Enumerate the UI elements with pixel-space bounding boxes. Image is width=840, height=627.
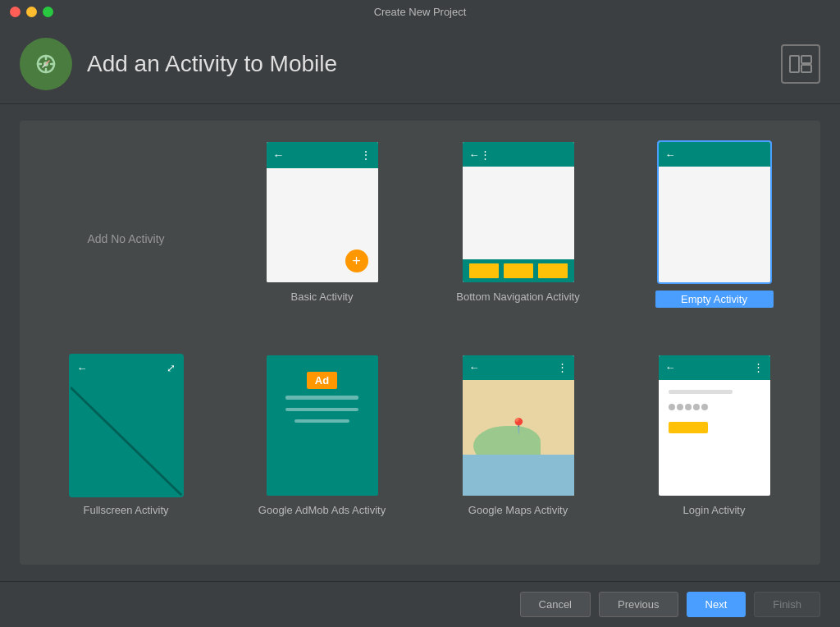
login-toolbar: ← ⋮ bbox=[659, 355, 770, 380]
back-icon: ← bbox=[273, 149, 285, 162]
login-btn bbox=[669, 422, 708, 433]
header-left: Add an Activity to Mobile bbox=[20, 38, 337, 90]
bottom-nav-toolbar: ← ⋮ bbox=[463, 142, 574, 167]
svg-rect-11 bbox=[801, 65, 811, 72]
more-icon: ⋮ bbox=[360, 149, 372, 162]
maximize-button[interactable] bbox=[43, 7, 53, 17]
window-title: Create New Project bbox=[374, 6, 467, 18]
ad-line-2 bbox=[285, 408, 359, 411]
activity-card-no-activity[interactable]: Add No Activity bbox=[39, 140, 212, 337]
basic-activity-preview: ← ⋮ + bbox=[265, 140, 380, 284]
basic-body: + bbox=[267, 168, 378, 282]
footer: Cancel Previous Next Finish bbox=[0, 581, 840, 627]
nav-tab-1 bbox=[469, 263, 499, 278]
activity-card-empty[interactable]: ← Empty Activity bbox=[628, 140, 801, 337]
previous-button[interactable]: Previous bbox=[599, 592, 678, 617]
activity-card-login[interactable]: ← ⋮ bbox=[628, 354, 801, 546]
basic-toolbar: ← ⋮ bbox=[267, 142, 378, 168]
fullscreen-label: Fullscreen Activity bbox=[83, 504, 168, 516]
nav-tab-3 bbox=[538, 263, 568, 278]
map-toolbar: ← ⋮ bbox=[463, 355, 574, 380]
login-label: Login Activity bbox=[683, 504, 746, 516]
activity-card-fullscreen[interactable]: ← ⤢ Fullscreen Activity bbox=[39, 354, 212, 546]
star-4 bbox=[693, 404, 700, 410]
activity-card-basic[interactable]: ← ⋮ + Basic Activity bbox=[235, 140, 409, 337]
login-line-1 bbox=[669, 390, 733, 394]
svg-rect-9 bbox=[790, 56, 799, 72]
star-3 bbox=[685, 404, 692, 410]
fab-button: + bbox=[345, 249, 368, 272]
empty-activity-preview: ← bbox=[657, 140, 772, 284]
cancel-button[interactable]: Cancel bbox=[520, 592, 591, 617]
star-1 bbox=[669, 404, 675, 410]
no-activity-label: Add No Activity bbox=[87, 232, 164, 245]
map-pin-icon: 📍 bbox=[509, 417, 527, 435]
minimize-button[interactable] bbox=[26, 7, 37, 17]
title-bar: Create New Project bbox=[0, 0, 840, 23]
basic-activity-label: Basic Activity bbox=[291, 291, 354, 303]
empty-toolbar: ← bbox=[659, 142, 770, 167]
maps-label: Google Maps Activity bbox=[468, 504, 568, 516]
ad-preview: Ad bbox=[265, 354, 380, 497]
content-inner: Add No Activity ← ⋮ + bbox=[20, 121, 820, 565]
header: Add an Activity to Mobile bbox=[0, 23, 840, 104]
layout-icon bbox=[781, 44, 820, 84]
android-logo bbox=[20, 38, 72, 90]
empty-body bbox=[659, 167, 770, 282]
main-window: Add an Activity to Mobile Add No Activit… bbox=[0, 23, 840, 627]
ad-line-1 bbox=[285, 396, 359, 400]
activity-card-bottom-nav[interactable]: ← ⋮ Bottom Navigation Activity bbox=[431, 140, 605, 337]
bottom-nav-preview: ← ⋮ bbox=[461, 140, 576, 284]
bottom-nav-body bbox=[463, 167, 574, 259]
close-button[interactable] bbox=[10, 7, 21, 17]
window-controls bbox=[10, 7, 53, 17]
ad-badge: Ad bbox=[307, 372, 337, 389]
ad-line-3 bbox=[294, 419, 349, 423]
star-5 bbox=[701, 404, 708, 410]
map-body: 📍 bbox=[463, 380, 574, 496]
nav-tab-2 bbox=[504, 263, 533, 278]
fullscreen-preview: ← ⤢ bbox=[69, 354, 184, 497]
login-body bbox=[659, 380, 770, 496]
bottom-nav-label: Bottom Navigation Activity bbox=[456, 291, 579, 303]
star-2 bbox=[677, 404, 683, 410]
login-preview: ← ⋮ bbox=[657, 354, 772, 497]
activity-grid: Add No Activity ← ⋮ + bbox=[39, 140, 801, 545]
empty-activity-label: Empty Activity bbox=[655, 291, 774, 308]
login-stars bbox=[669, 404, 760, 410]
content-area: Add No Activity ← ⋮ + bbox=[0, 104, 840, 581]
ad-label: Google AdMob Ads Activity bbox=[258, 504, 386, 516]
page-title: Add an Activity to Mobile bbox=[87, 51, 337, 77]
finish-button[interactable]: Finish bbox=[754, 592, 820, 617]
maps-preview: ← ⋮ 📍 bbox=[461, 354, 576, 497]
next-button[interactable]: Next bbox=[687, 592, 746, 617]
svg-line-12 bbox=[71, 387, 182, 496]
activity-card-ad[interactable]: Ad Google AdMob Ads Activity bbox=[235, 354, 409, 546]
map-water bbox=[463, 455, 574, 495]
svg-rect-10 bbox=[801, 56, 811, 63]
activity-card-maps[interactable]: ← ⋮ 📍 Google Maps Activity bbox=[431, 354, 605, 546]
bottom-nav-tabs bbox=[463, 259, 574, 282]
